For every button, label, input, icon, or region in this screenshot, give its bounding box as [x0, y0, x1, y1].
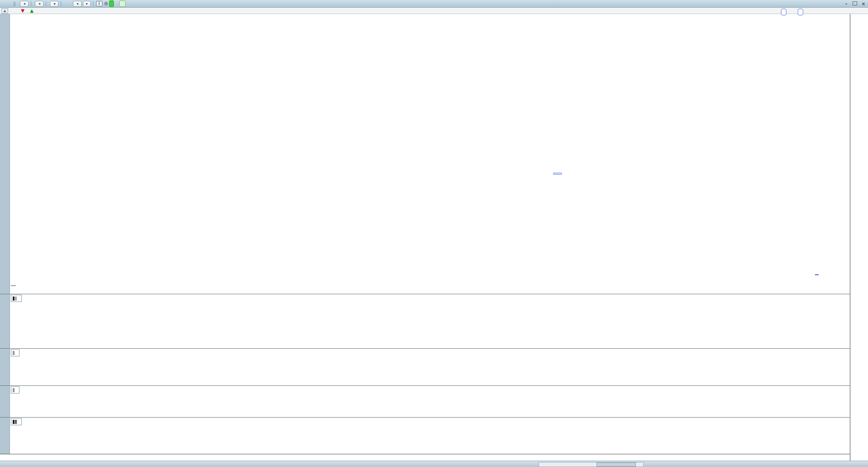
price-axis[interactable] — [850, 14, 868, 461]
units-dropdown[interactable]: ▼ — [50, 1, 58, 7]
info-icon[interactable]: i — [96, 1, 102, 6]
sell-arrow-icon[interactable]: ▼ — [19, 8, 26, 14]
indicator-toolbar: ▲ ▼ ▲ — [0, 8, 868, 14]
panel-awesome-evolution[interactable] — [10, 386, 850, 417]
indicator-icon — [13, 351, 15, 355]
scrollbar-handle[interactable] — [596, 462, 636, 467]
panel-barra-fuerza[interactable] — [10, 418, 850, 454]
buy-arrow-icon[interactable]: ▲ — [28, 8, 35, 14]
indicator-icon — [13, 388, 15, 392]
chevron-down-icon: ▼ — [38, 2, 41, 5]
panel-willy-doc[interactable] — [10, 349, 850, 385]
panel-header-barra-fuerza[interactable] — [11, 418, 22, 425]
divider — [46, 1, 46, 6]
divider — [93, 1, 93, 6]
indicators-button[interactable]: ▼ — [73, 1, 82, 7]
panel-header-sistema-de-trenes[interactable] — [11, 295, 22, 302]
panel-header-willy-doc[interactable] — [11, 349, 19, 356]
trading-platform-window: ⣿ ▼ ▼ ▼ ▼ ▼ i – × ▲ ▼ ▲ — [0, 0, 868, 467]
horizontal-scrollbar[interactable] — [538, 462, 644, 467]
chevron-down-icon: ▼ — [23, 2, 26, 5]
minimize-button[interactable]: – — [843, 1, 850, 6]
change-badge — [109, 0, 114, 7]
instrument-tab[interactable] — [119, 0, 126, 7]
chevron-down-icon: ▼ — [76, 2, 79, 5]
price-chart-canvas[interactable] — [10, 14, 850, 294]
status-dot-icon — [104, 2, 108, 5]
main-chart[interactable] — [10, 14, 850, 294]
drawing-toolbar — [0, 14, 10, 461]
indicators-extra-dropdown[interactable]: ▼ — [83, 1, 91, 7]
divider — [61, 1, 61, 6]
restore-icon — [853, 1, 857, 5]
indicator-icon — [13, 420, 17, 424]
restore-button[interactable] — [851, 1, 858, 6]
panel-sistema-de-trenes[interactable] — [10, 294, 850, 348]
wave-3-button[interactable] — [781, 9, 786, 15]
wave-v-button[interactable] — [798, 9, 803, 15]
instrument-selector[interactable]: ▼ — [20, 1, 29, 7]
toolbar-grip[interactable]: ⣿ — [11, 1, 18, 6]
app-logo-icon — [1, 1, 9, 6]
collapse-chevron-icon[interactable]: ▲ — [1, 8, 8, 14]
divider — [31, 1, 31, 6]
alert-bell-icon[interactable] — [10, 8, 17, 14]
chevron-down-icon: ▼ — [85, 2, 88, 5]
chevron-down-icon: ▼ — [53, 2, 56, 5]
timeframe-dropdown[interactable]: ▼ — [35, 1, 44, 7]
refresh-icon[interactable] — [834, 1, 841, 6]
main-toolbar: ⣿ ▼ ▼ ▼ ▼ ▼ i – × — [0, 0, 868, 8]
panel-header-awesome-evolution[interactable] — [11, 386, 19, 394]
status-bar — [0, 461, 868, 467]
time-axis[interactable] — [0, 454, 850, 461]
close-button[interactable]: × — [860, 1, 867, 6]
indicator-icon — [13, 297, 17, 301]
indicators-chart-icon — [64, 1, 71, 6]
